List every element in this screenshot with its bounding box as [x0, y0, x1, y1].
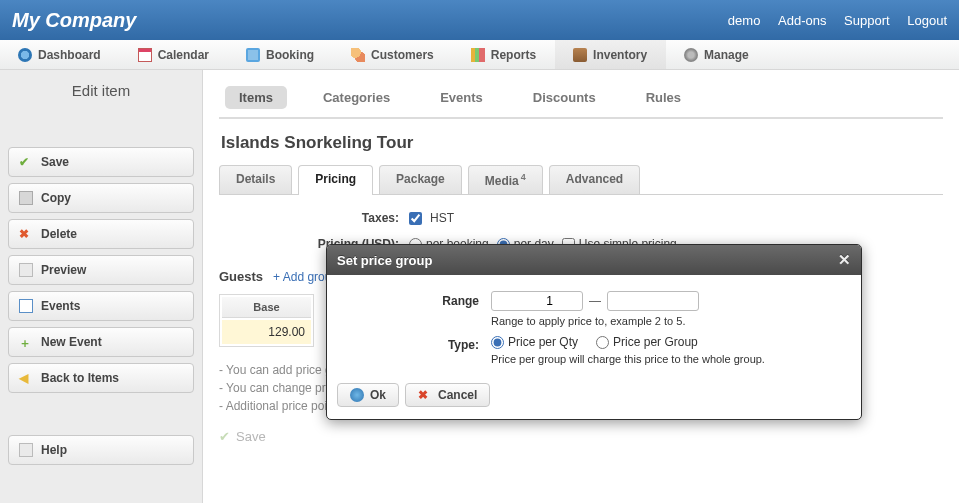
- nav-booking[interactable]: Booking: [228, 40, 333, 69]
- btn-label: New Event: [41, 335, 102, 349]
- tax-hst-label: HST: [430, 211, 454, 225]
- type-hint: Price per group will charge this price t…: [491, 353, 847, 365]
- delete-button[interactable]: ✖Delete: [8, 219, 194, 249]
- help-icon: [19, 443, 33, 457]
- range-hint: Range to apply price to, example 2 to 5.: [491, 315, 847, 327]
- range-label: Range: [341, 291, 491, 308]
- base-price-table: Base 129.00: [219, 294, 314, 347]
- nav-dashboard[interactable]: Dashboard: [0, 40, 120, 69]
- tab-rules[interactable]: Rules: [632, 86, 695, 109]
- col-base: Base: [222, 297, 311, 318]
- nav-calendar[interactable]: Calendar: [120, 40, 228, 69]
- btn-label: Preview: [41, 263, 86, 277]
- customers-icon: [351, 48, 365, 62]
- save-disabled-label: Save: [236, 429, 266, 444]
- nav-inventory[interactable]: Inventory: [555, 40, 666, 69]
- btn-label: Events: [41, 299, 80, 313]
- nav-label: Inventory: [593, 48, 647, 62]
- nav-label: Calendar: [158, 48, 209, 62]
- page-title: Islands Snorkeling Tour: [219, 119, 943, 165]
- copy-button[interactable]: Copy: [8, 183, 194, 213]
- new-event-button[interactable]: ＋New Event: [8, 327, 194, 357]
- events-icon: [19, 299, 33, 313]
- top-links: demo Add-ons Support Logout: [714, 13, 947, 28]
- nav-label: Dashboard: [38, 48, 101, 62]
- app-header: My Company demo Add-ons Support Logout: [0, 0, 959, 40]
- sidebar-title: Edit item: [8, 76, 194, 115]
- range-to-input[interactable]: [607, 291, 699, 311]
- range-dash: —: [589, 294, 601, 308]
- modal-title: Set price group: [337, 253, 838, 268]
- nav-label: Manage: [704, 48, 749, 62]
- dashboard-icon: [18, 48, 32, 62]
- link-support[interactable]: Support: [844, 13, 890, 28]
- copy-icon: [19, 191, 33, 205]
- nav-label: Reports: [491, 48, 536, 62]
- arrow-left-icon: ◀: [19, 371, 33, 385]
- tab-media-label: Media: [485, 174, 519, 188]
- calendar-icon: [138, 48, 152, 62]
- nav-label: Customers: [371, 48, 434, 62]
- link-demo[interactable]: demo: [728, 13, 761, 28]
- save-row-disabled: ✔ Save: [219, 429, 943, 444]
- detail-tabs: Details Pricing Package Media4 Advanced: [219, 165, 943, 195]
- preview-button[interactable]: Preview: [8, 255, 194, 285]
- price-per-group-radio[interactable]: [596, 336, 609, 349]
- tab-package[interactable]: Package: [379, 165, 462, 194]
- preview-icon: [19, 263, 33, 277]
- manage-icon: [684, 48, 698, 62]
- type-label: Type:: [341, 335, 491, 352]
- media-badge: 4: [521, 172, 526, 182]
- btn-label: Delete: [41, 227, 77, 241]
- tax-hst-checkbox[interactable]: [409, 212, 422, 225]
- refresh-icon: [350, 388, 364, 402]
- set-price-group-modal: Set price group ✕ Range — Range to apply…: [326, 244, 862, 420]
- nav-label: Booking: [266, 48, 314, 62]
- tab-advanced[interactable]: Advanced: [549, 165, 640, 194]
- events-button[interactable]: Events: [8, 291, 194, 321]
- save-button[interactable]: ✔Save: [8, 147, 194, 177]
- reports-icon: [471, 48, 485, 62]
- cancel-button[interactable]: ✖Cancel: [405, 383, 490, 407]
- delete-icon: ✖: [19, 227, 33, 241]
- tab-items[interactable]: Items: [225, 86, 287, 109]
- tab-pricing[interactable]: Pricing: [298, 165, 373, 194]
- tab-discounts[interactable]: Discounts: [519, 86, 610, 109]
- btn-label: Copy: [41, 191, 71, 205]
- range-from-input[interactable]: [491, 291, 583, 311]
- ok-button[interactable]: Ok: [337, 383, 399, 407]
- inventory-icon: [573, 48, 587, 62]
- help-button[interactable]: Help: [8, 435, 194, 465]
- guests-label: Guests: [219, 269, 263, 284]
- booking-icon: [246, 48, 260, 62]
- tab-details[interactable]: Details: [219, 165, 292, 194]
- btn-label: Save: [41, 155, 69, 169]
- close-icon: ✖: [418, 388, 432, 402]
- plus-icon: ＋: [19, 335, 33, 349]
- taxes-label: Taxes:: [219, 211, 409, 225]
- sidebar: Edit item ✔Save Copy ✖Delete Preview Eve…: [0, 70, 203, 503]
- tab-events[interactable]: Events: [426, 86, 497, 109]
- nav-manage[interactable]: Manage: [666, 40, 768, 69]
- link-addons[interactable]: Add-ons: [778, 13, 826, 28]
- type-opt-label: Price per Group: [613, 335, 698, 349]
- nav-reports[interactable]: Reports: [453, 40, 555, 69]
- tab-media[interactable]: Media4: [468, 165, 543, 194]
- btn-label: Ok: [370, 388, 386, 402]
- btn-label: Back to Items: [41, 371, 119, 385]
- back-to-items-button[interactable]: ◀Back to Items: [8, 363, 194, 393]
- check-icon: ✔: [219, 429, 230, 444]
- nav-customers[interactable]: Customers: [333, 40, 453, 69]
- section-tabs: Items Categories Events Discounts Rules: [219, 80, 943, 119]
- btn-label: Help: [41, 443, 67, 457]
- modal-header: Set price group ✕: [327, 245, 861, 275]
- base-price-cell[interactable]: 129.00: [222, 320, 311, 344]
- check-icon: ✔: [19, 155, 33, 169]
- brand-title: My Company: [12, 9, 714, 32]
- main-nav: Dashboard Calendar Booking Customers Rep…: [0, 40, 959, 70]
- link-logout[interactable]: Logout: [907, 13, 947, 28]
- modal-close-button[interactable]: ✕: [838, 251, 851, 269]
- price-per-qty-radio[interactable]: [491, 336, 504, 349]
- tab-categories[interactable]: Categories: [309, 86, 404, 109]
- type-opt-label: Price per Qty: [508, 335, 578, 349]
